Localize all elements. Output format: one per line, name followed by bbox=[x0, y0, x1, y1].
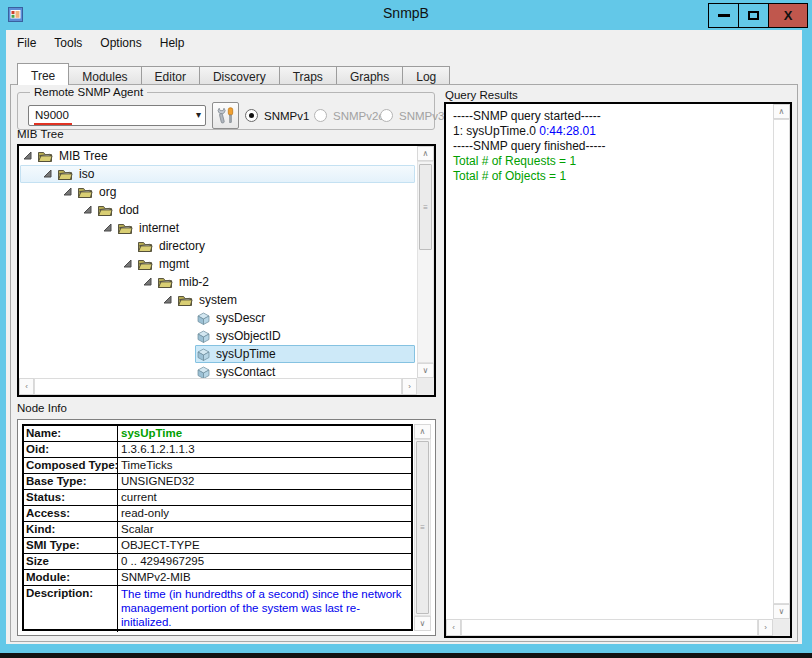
expander-icon[interactable] bbox=[143, 277, 153, 287]
tree-node-internet[interactable]: internet bbox=[19, 219, 417, 237]
tree-node-label: mgmt bbox=[159, 257, 189, 271]
tab-traps[interactable]: Traps bbox=[279, 66, 337, 85]
scroll-thumb[interactable]: ≡ bbox=[416, 441, 429, 614]
query-line: 1: sysUpTime.0 0:44:28.01 bbox=[453, 124, 773, 139]
close-button[interactable]: X bbox=[768, 3, 808, 28]
title-bar: SnmpB X bbox=[0, 0, 812, 30]
tab-discovery[interactable]: Discovery bbox=[199, 66, 280, 85]
radio-snmpv3[interactable]: SNMPv3 bbox=[380, 109, 444, 122]
query-line: -----SNMP query started----- bbox=[453, 109, 773, 124]
scroll-up-icon[interactable]: ∧ bbox=[773, 104, 790, 119]
radio-snmpv3-label: SNMPv3 bbox=[399, 110, 444, 122]
scroll-left-icon[interactable]: ‹ bbox=[446, 619, 461, 636]
mib-scalar-icon bbox=[197, 366, 210, 379]
table-row: Name:sysUpTime bbox=[24, 426, 411, 442]
expander-icon[interactable] bbox=[163, 295, 173, 305]
tree-node-label: sysDescr bbox=[216, 311, 265, 325]
tree-node-mib-tree[interactable]: MIB Tree bbox=[19, 147, 417, 165]
tree-node-label: iso bbox=[79, 167, 94, 181]
mib-tree-label: MIB Tree bbox=[17, 128, 64, 140]
folder-icon bbox=[177, 294, 193, 307]
table-row: Module:SNMPv2-MIB bbox=[24, 570, 411, 586]
mib-scalar-icon bbox=[197, 312, 210, 325]
scroll-right-icon[interactable]: › bbox=[402, 378, 417, 395]
node-name-value: sysUpTime bbox=[118, 426, 411, 441]
menu-tools[interactable]: Tools bbox=[45, 33, 91, 53]
scroll-down-icon[interactable]: ∨ bbox=[417, 363, 434, 378]
tree-node-syscontact[interactable]: sysContact bbox=[19, 363, 417, 378]
tree-node-dod[interactable]: dod bbox=[19, 201, 417, 219]
scroll-left-icon[interactable]: ‹ bbox=[19, 378, 34, 395]
folder-icon bbox=[137, 240, 153, 253]
expander-icon[interactable] bbox=[63, 187, 73, 197]
tab-log[interactable]: Log bbox=[402, 66, 450, 85]
tree-node-system[interactable]: system bbox=[19, 291, 417, 309]
table-row: Oid:1.3.6.1.2.1.1.3 bbox=[24, 442, 411, 458]
tab-tree[interactable]: Tree bbox=[17, 63, 69, 85]
tree-node-label: sysUpTime bbox=[216, 347, 276, 361]
menu-options[interactable]: Options bbox=[91, 33, 150, 53]
menu-file[interactable]: File bbox=[8, 33, 45, 53]
tree-horizontal-scrollbar[interactable]: ‹ › bbox=[19, 378, 417, 395]
radio-snmpv2c[interactable]: SNMPv2c bbox=[314, 109, 384, 122]
combo-dropdown-icon[interactable]: ▾ bbox=[196, 109, 201, 120]
maximize-button[interactable] bbox=[738, 3, 769, 28]
query-results-panel: -----SNMP query started----- 1: sysUpTim… bbox=[444, 102, 792, 638]
scroll-down-icon[interactable]: ∨ bbox=[773, 604, 790, 619]
node-info-label: Node Info bbox=[17, 402, 67, 414]
query-line: -----SNMP query finished----- bbox=[453, 139, 773, 154]
scrollbar-corner bbox=[417, 378, 434, 395]
scroll-down-icon[interactable]: ∨ bbox=[414, 616, 431, 631]
tree-node-label: org bbox=[99, 185, 116, 199]
tree-vertical-scrollbar[interactable]: ∧ ≡ ∨ bbox=[417, 146, 434, 378]
tab-editor[interactable]: Editor bbox=[141, 66, 200, 85]
agent-settings-button[interactable] bbox=[212, 102, 239, 129]
close-icon: X bbox=[784, 9, 793, 22]
scroll-up-icon[interactable]: ∧ bbox=[414, 424, 431, 439]
agent-combobox[interactable]: N9000 ▾ bbox=[28, 105, 206, 126]
tree-node-label: dod bbox=[119, 203, 139, 217]
query-results-label: Query Results bbox=[445, 89, 518, 101]
tab-modules[interactable]: Modules bbox=[68, 66, 141, 85]
scroll-right-icon[interactable]: › bbox=[758, 619, 773, 636]
tree-node-sysobjectid[interactable]: sysObjectID bbox=[19, 327, 417, 345]
scroll-thumb[interactable]: ≡ bbox=[419, 164, 432, 250]
scrollbar-corner bbox=[773, 619, 790, 636]
mib-scalar-icon bbox=[197, 330, 210, 343]
tree-node-sysdescr[interactable]: sysDescr bbox=[19, 309, 417, 327]
tree-node-org[interactable]: org bbox=[19, 183, 417, 201]
tree-node-sysuptime[interactable]: sysUpTime bbox=[19, 345, 417, 363]
tree-node-iso[interactable]: iso bbox=[19, 165, 417, 183]
tree-node-mib-2[interactable]: mib-2 bbox=[19, 273, 417, 291]
mib-tree-body: MIB Tree iso org bbox=[19, 146, 417, 378]
query-results-text[interactable]: -----SNMP query started----- 1: sysUpTim… bbox=[446, 104, 773, 619]
radio-snmpv1[interactable]: SNMPv1 bbox=[245, 109, 309, 122]
tree-node-label: mib-2 bbox=[179, 275, 209, 289]
expander-icon[interactable] bbox=[23, 151, 33, 161]
expander-icon[interactable] bbox=[83, 205, 93, 215]
minimize-icon bbox=[718, 14, 730, 17]
folder-icon bbox=[137, 258, 153, 271]
node-info-vertical-scrollbar[interactable]: ∧ ≡ ∨ bbox=[414, 424, 431, 631]
tree-node-mgmt[interactable]: mgmt bbox=[19, 255, 417, 273]
minimize-button[interactable] bbox=[708, 3, 739, 28]
folder-icon bbox=[117, 222, 133, 235]
client-area: File Tools Options Help Tree Modules Edi… bbox=[6, 30, 802, 644]
spellcheck-underline bbox=[34, 123, 72, 125]
folder-icon bbox=[97, 204, 113, 217]
uptime-value: 0:44:28.01 bbox=[539, 124, 596, 138]
menu-help[interactable]: Help bbox=[151, 33, 194, 53]
query-line: Total # of Requests = 1 bbox=[453, 154, 773, 169]
scroll-up-icon[interactable]: ∧ bbox=[417, 146, 434, 161]
query-vertical-scrollbar[interactable]: ∧ ∨ bbox=[773, 104, 790, 619]
expander-icon[interactable] bbox=[43, 169, 53, 179]
folder-icon bbox=[37, 150, 53, 163]
expander-icon[interactable] bbox=[103, 223, 113, 233]
tree-node-directory[interactable]: directory bbox=[19, 237, 417, 255]
query-horizontal-scrollbar[interactable]: ‹ › bbox=[446, 619, 773, 636]
tab-graphs[interactable]: Graphs bbox=[336, 66, 403, 85]
folder-icon bbox=[157, 276, 173, 289]
expander-icon[interactable] bbox=[123, 259, 133, 269]
radio-unselected-icon bbox=[380, 109, 393, 122]
node-info-panel: Name:sysUpTime Oid:1.3.6.1.2.1.1.3 Compo… bbox=[17, 419, 436, 636]
